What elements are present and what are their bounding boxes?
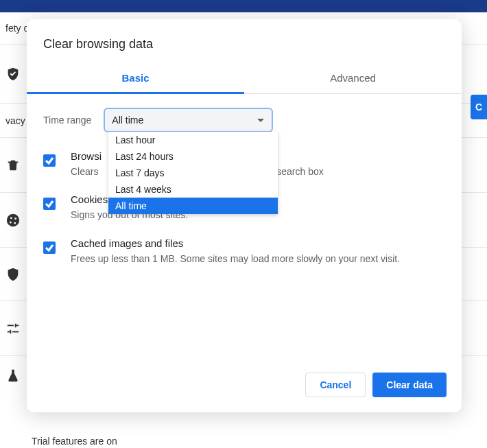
item-desc: Frees up less than 1 MB. Some sites may … xyxy=(71,252,445,266)
option-last-24-hours[interactable]: Last 24 hours xyxy=(108,148,278,165)
time-range-label: Time range xyxy=(43,115,91,126)
clear-data-button[interactable]: Clear data xyxy=(372,373,447,397)
time-range-value: All time xyxy=(112,115,143,126)
time-range-row: Time range All time xyxy=(43,108,445,132)
item-cached: Cached images and files Frees up less th… xyxy=(43,237,445,266)
checkbox-browsing-history[interactable] xyxy=(43,154,56,167)
tabs: Basic Advanced xyxy=(27,64,462,94)
option-last-7-days[interactable]: Last 7 days xyxy=(108,165,278,181)
tab-basic[interactable]: Basic xyxy=(27,64,244,94)
dialog-footer: Cancel Clear data xyxy=(27,362,462,412)
tab-advanced[interactable]: Advanced xyxy=(244,64,462,93)
checkbox-cookies[interactable] xyxy=(43,198,56,210)
dialog-body: Time range All time Last hour Last 24 ho… xyxy=(27,94,462,362)
time-range-select[interactable]: All time xyxy=(104,108,273,132)
item-title: Cached images and files xyxy=(71,237,445,249)
option-last-hour[interactable]: Last hour xyxy=(108,132,278,148)
option-all-time[interactable]: All time xyxy=(108,198,278,214)
clear-browsing-data-dialog: Clear browsing data Basic Advanced Time … xyxy=(27,19,462,412)
checkbox-cached[interactable] xyxy=(43,241,56,254)
time-range-dropdown[interactable]: Last hour Last 24 hours Last 7 days Last… xyxy=(108,132,278,214)
dialog-title: Clear browsing data xyxy=(27,37,462,64)
option-last-4-weeks[interactable]: Last 4 weeks xyxy=(108,181,278,198)
cancel-button[interactable]: Cancel xyxy=(305,373,366,397)
chevron-down-icon xyxy=(257,115,265,126)
